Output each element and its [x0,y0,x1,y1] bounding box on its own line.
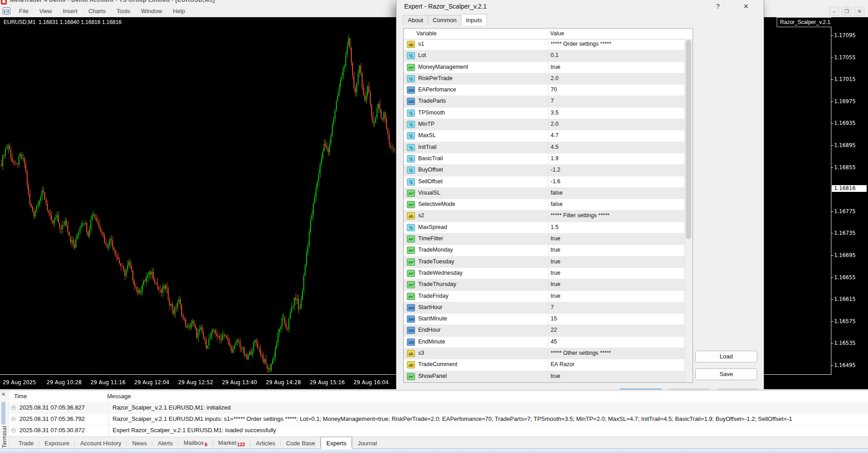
param-value[interactable]: 22 [551,327,557,333]
param-row-inittrail[interactable]: ½InitTrail4.5 [404,142,685,153]
terminal-tab-experts[interactable]: Experts [321,437,352,449]
load-button[interactable]: Load [695,351,757,362]
param-value[interactable]: 2.0 [551,121,558,127]
param-row-selectivemode[interactable]: SelectiveModefalse [404,199,685,210]
param-value[interactable]: 4.7 [551,132,558,138]
param-value[interactable]: -1.2 [551,167,561,173]
column-divider [548,119,548,130]
param-value[interactable]: 7 [551,98,554,104]
inputs-table-scrollbar[interactable] [684,39,693,382]
minimize-button[interactable]: – [829,7,839,16]
param-row-lot[interactable]: ½Lot0.1 [404,50,685,62]
menu-item-tools[interactable]: Tools [111,5,136,17]
param-value[interactable]: true [551,64,561,70]
param-value[interactable]: true [551,373,561,379]
param-row-tradecomment[interactable]: abTradeCommentEA Razor [404,359,685,371]
restore-button[interactable]: ❐ [842,7,852,16]
param-row-s1[interactable]: abs1***** Order settings ***** [404,39,685,50]
save-button[interactable]: Save [695,368,757,380]
terminal-close-button[interactable]: ✕ [1,391,5,397]
dialog-tab-inputs[interactable]: Inputs [461,14,487,25]
param-row-startminute[interactable]: 123StartMinute15 [404,314,685,325]
param-row-eaperfomance[interactable]: 123EAPerfomance70 [404,85,685,96]
menu-item-file[interactable]: File [14,5,34,17]
param-row-s3[interactable]: abs3***** Other settings ***** [404,348,685,359]
param-value[interactable]: 2.0 [551,75,558,81]
terminal-tab-mailbox[interactable]: Mailbox6 [178,438,213,449]
terminal-tab-exposure[interactable]: Exposure [39,438,75,448]
param-value[interactable]: 3.5 [551,110,558,116]
log-row[interactable]: 2025.08.31 07:05:36.792Razor_Scalper_v.2… [9,414,868,425]
log-row[interactable]: 2025.08.31 07:05:36.827Razor_Scalper_v.2… [9,402,868,414]
param-value[interactable]: 4.5 [551,144,558,150]
param-row-visualsl[interactable]: VisualSLfalse [404,188,685,199]
terminal-tab-account-history[interactable]: Account History [75,438,127,448]
terminal-tab-code-base[interactable]: Code Base [281,438,321,448]
param-row-selloffset[interactable]: ½SellOffset-1.6 [404,176,685,188]
param-value[interactable]: true [551,235,561,242]
param-row-tpsmooth[interactable]: ½TPSmooth3.5 [404,108,685,119]
param-row-timefilter[interactable]: TimeFiltertrue [404,234,685,245]
param-row-trademonday[interactable]: TradeMondaytrue [404,245,685,256]
param-value[interactable]: true [551,258,561,265]
param-row-maxspread[interactable]: ½MaxSpread1.5 [404,222,685,234]
param-name: TimeFilter [418,235,443,242]
menu-item-help[interactable]: Help [167,5,190,17]
param-value[interactable]: true [551,293,561,299]
param-row-moneymanagement[interactable]: MoneyManagementtrue [404,62,685,73]
terminal-tab-journal[interactable]: Journal [352,438,382,448]
param-value[interactable]: false [551,190,562,196]
close-button[interactable]: ✕ [854,7,864,16]
param-row-tradethursday[interactable]: TradeThursdaytrue [404,279,685,291]
param-value[interactable]: ***** Order settings ***** [551,41,611,47]
param-value[interactable]: 45 [551,339,557,345]
param-row-mintp[interactable]: ½MinTP2.0 [404,119,685,130]
param-value[interactable]: 15 [551,315,557,322]
param-row-buyoffset[interactable]: ½BuyOffset-1.2 [404,165,685,176]
param-value[interactable]: false [551,201,562,207]
param-value[interactable]: true [551,247,561,253]
menu-item-window[interactable]: Window [136,5,167,17]
dialog-close-button[interactable]: ✕ [740,1,752,11]
param-name: Lot [418,52,426,58]
scrollbar-thumb[interactable] [686,40,691,239]
param-row-s2[interactable]: abs2***** Filter settings ***** [404,210,685,222]
price-scale[interactable]: 1.170951.170551.170151.169751.169351.168… [831,17,868,390]
param-value[interactable]: ***** Other settings ***** [551,350,611,356]
param-row-starthour[interactable]: 123StartHour7 [404,302,685,314]
param-value[interactable]: 1.5 [551,224,558,230]
param-row-tradeparts[interactable]: 123TradeParts7 [404,96,685,107]
param-row-riskpertrade[interactable]: ½RiskPerTrade2.0 [404,73,685,85]
param-row-endminute[interactable]: 123EndMinute45 [404,337,685,348]
param-value[interactable]: 1.9 [551,155,558,162]
terminal-tab-market[interactable]: Market122 [213,438,250,449]
param-row-tradetuesday[interactable]: TradeTuesdaytrue [404,257,685,268]
param-value[interactable]: true [551,270,561,276]
menu-item-insert[interactable]: Insert [57,5,83,17]
param-row-basictrail[interactable]: ½BasicTrail1.9 [404,153,685,165]
param-value[interactable]: -1.6 [551,178,561,185]
menu-item-charts[interactable]: Charts [83,5,111,17]
param-value[interactable]: 70 [551,86,557,93]
param-row-maxsl[interactable]: ½MaxSL4.7 [404,130,685,142]
terminal-scrollbar-thumb[interactable] [1,402,5,424]
param-value[interactable]: 7 [551,304,554,310]
log-row[interactable]: 2025.08.31 07:05:30.872Expert Razor_Scal… [9,425,868,436]
terminal-tab-articles[interactable]: Articles [250,438,281,448]
param-value[interactable]: true [551,281,561,287]
dialog-tab-about[interactable]: About [403,15,428,25]
param-row-endhour[interactable]: 123EndHour22 [404,325,685,336]
param-value[interactable]: 0.1 [551,52,558,58]
param-value[interactable]: ***** Filter settings ***** [551,212,609,219]
param-row-tradefriday[interactable]: TradeFridaytrue [404,291,685,302]
terminal-tab-news[interactable]: News [127,438,152,448]
menu-item-view[interactable]: View [34,5,57,17]
param-row-showpanel[interactable]: ShowPaneltrue [404,371,685,382]
dialog-help-button[interactable]: ? [712,1,724,11]
param-name: TradeComment [418,361,457,367]
param-row-tradewednesday[interactable]: TradeWednesdaytrue [404,268,685,279]
terminal-tab-alerts[interactable]: Alerts [152,438,178,448]
terminal-tab-trade[interactable]: Trade [13,438,39,448]
param-value[interactable]: EA Razor [551,361,575,367]
dialog-tab-common[interactable]: Common [428,15,462,25]
